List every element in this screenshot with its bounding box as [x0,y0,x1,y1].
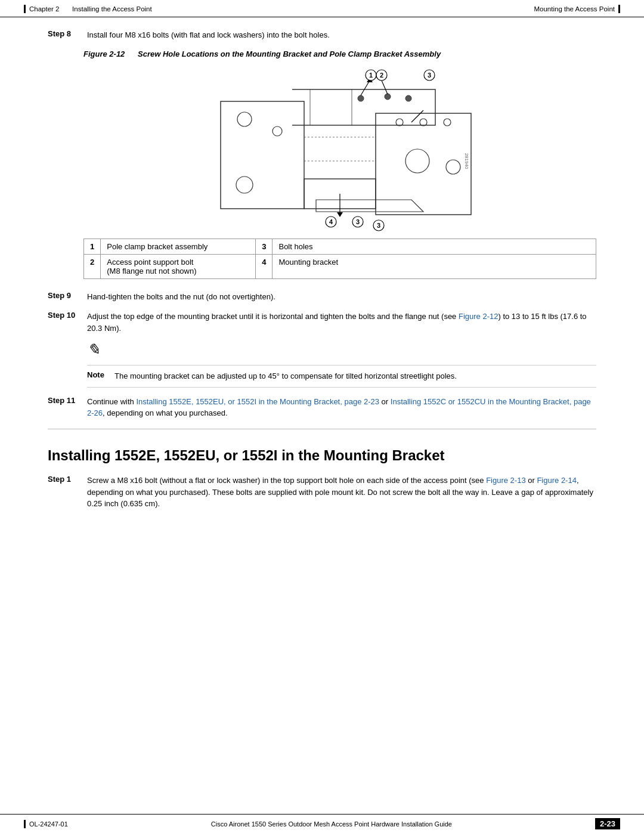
step-11-label: Step 11 [48,396,78,419]
step-9-block: Step 9 Hand-tighten the bolts and the nu… [48,291,596,303]
ref-num-4: 4 [256,254,273,278]
svg-text:1: 1 [369,72,373,79]
step-8-label: Step 8 [48,29,78,41]
footer-doc-id: OL-24247-01 [29,820,68,828]
table-row: 1 Pole clamp bracket assembly 3 Bolt hol… [84,239,596,254]
figure-2-13-link[interactable]: Figure 2-13 [486,476,525,485]
main-content: Step 8 Install four M8 x16 bolts (with f… [0,17,644,566]
svg-text:281940: 281940 [464,153,469,169]
page-header: Chapter 2 Installing the Access Point Mo… [0,0,644,17]
svg-point-13 [358,95,364,101]
svg-text:4: 4 [329,218,333,225]
note-label: Note [87,370,109,379]
footer-left: OL-24247-01 [24,820,68,828]
page-footer: OL-24247-01 Cisco Aironet 1550 Series Ou… [0,814,644,833]
ref-label-1: Pole clamp bracket assembly [101,239,256,254]
ref-label-2: Access point support bolt(M8 flange nut … [101,254,256,278]
ref-label-4: Mounting bracket [273,254,596,278]
figure-title: Screw Hole Locations on the Mounting Bra… [138,49,441,58]
figure-number: Figure 2-12 [83,49,125,58]
section-step-1-body: Screw a M8 x16 bolt (without a flat or l… [87,475,596,510]
footer-page-num: 2-23 [595,818,620,829]
step-9-body: Hand-tighten the bolts and the nut (do n… [87,291,596,303]
note-block: Note The mounting bracket can be adjuste… [87,365,596,388]
ref-label-3: Bolt holes [273,239,596,254]
header-bar-left [24,5,26,13]
ref-num-2: 2 [84,254,101,278]
ref-num-1: 1 [84,239,101,254]
figure-section: Figure 2-12 Screw Hole Locations on the … [83,49,596,279]
header-left: Chapter 2 Installing the Access Point [24,5,152,13]
header-chapter-title: Installing the Access Point [72,5,152,13]
section-step-1-label: Step 1 [48,475,78,510]
svg-text:3: 3 [428,72,431,79]
ref-num-3: 3 [256,239,273,254]
footer-bar [24,820,26,828]
step-10-block: Step 10 Adjust the top edge of the mount… [48,311,596,334]
footer-center: Cisco Aironet 1550 Series Outdoor Mesh A… [211,820,452,828]
table-row: 2 Access point support bolt(M8 flange nu… [84,254,596,278]
section-divider [48,429,596,429]
step-8-body: Install four M8 x16 bolts (with flat and… [87,29,596,41]
header-chapter: Chapter 2 [29,5,60,13]
header-right-title: Mounting the Access Point [534,5,615,13]
step-8-block: Step 8 Install four M8 x16 bolts (with f… [48,29,596,41]
figure-image-container: 1 2 3 4 3 3 281940 [83,66,596,233]
reference-table: 1 Pole clamp bracket assembly 3 Bolt hol… [83,239,596,279]
step-10-body: Adjust the top edge of the mounting brac… [87,311,596,334]
step-11-block: Step 11 Continue with Installing 1552E, … [48,396,596,419]
svg-text:3: 3 [377,222,380,229]
section-heading: Installing 1552E, 1552EU, or 1552I in th… [48,447,596,465]
svg-text:3: 3 [356,218,360,225]
note-text: The mounting bracket can be adjusted up … [114,370,457,382]
installing-1552e-link[interactable]: Installing 1552E, 1552EU, or 1552I in th… [136,397,379,406]
step-9-label: Step 9 [48,291,78,303]
svg-point-15 [405,95,411,101]
svg-text:2: 2 [380,72,383,79]
figure-caption: Figure 2-12 Screw Hole Locations on the … [83,49,596,58]
figure-2-12-link[interactable]: Figure 2-12 [459,312,498,321]
step-11-body: Continue with Installing 1552E, 1552EU, … [87,396,596,419]
figure-svg: 1 2 3 4 3 3 281940 [185,66,495,233]
svg-point-14 [385,94,391,100]
section-step-1-block: Step 1 Screw a M8 x16 bolt (without a fl… [48,475,596,510]
header-right: Mounting the Access Point [534,5,620,13]
header-bar-right [618,5,620,13]
note-pencil-icon: ✎ [87,342,100,358]
figure-2-14-link[interactable]: Figure 2-14 [537,476,576,485]
step-10-label: Step 10 [48,311,78,334]
